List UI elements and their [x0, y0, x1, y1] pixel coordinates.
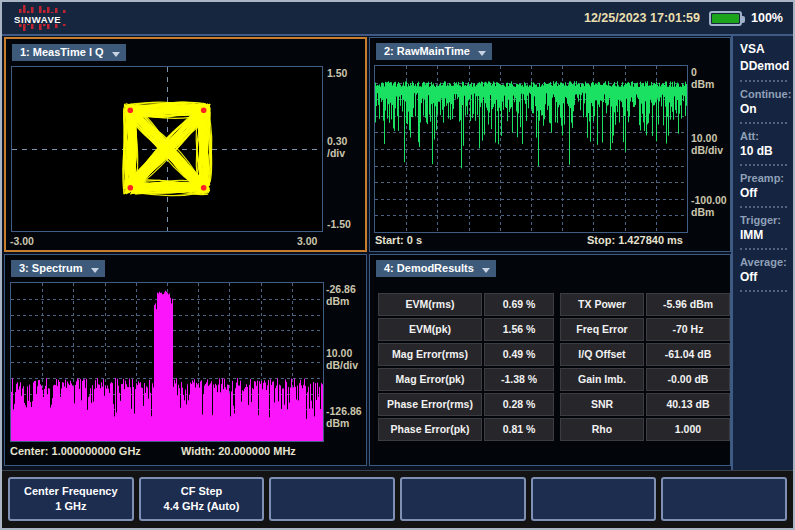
table-row: TX Power -5.96 dBm: [560, 293, 732, 316]
metric-label: Mag Error(pk): [378, 368, 482, 391]
window3-title-dropdown[interactable]: 3: Spectrum: [11, 260, 105, 277]
softkey-line2: 1 GHz: [10, 499, 132, 514]
metric-value: 1.000: [646, 418, 730, 441]
window2-title-dropdown[interactable]: 2: RawMainTime: [376, 43, 492, 60]
metric-label: Mag Error(rms): [378, 343, 482, 366]
window-meastime-iq[interactable]: 1: MeasTime I Q 1.50 0.30 /div -1.50 -3.…: [4, 37, 367, 252]
y-axis-min-label: -1.50: [327, 218, 351, 230]
y-axis-max-label: 1.50: [327, 67, 347, 79]
top-status-bar: SINWAVE 12/25/2023 17:01:59 100%: [2, 2, 793, 36]
metric-label: Gain Imb.: [560, 368, 644, 391]
instrument-screen: SINWAVE 12/25/2023 17:01:59 100% 1: Meas…: [0, 0, 795, 530]
softkey-5[interactable]: [531, 477, 657, 521]
metric-value: 0.49 %: [484, 343, 554, 366]
window4-title-dropdown[interactable]: 4: DemodResults: [376, 260, 496, 277]
y-axis-max-label: 0: [691, 66, 697, 78]
mode-label-vsa[interactable]: VSA: [740, 41, 789, 58]
separator: [740, 122, 787, 124]
table-row: EVM(pk) 1.56 %: [378, 318, 556, 341]
table-row: Phase Error(pk) 0.81 %: [378, 418, 556, 441]
constellation-plot: [11, 66, 323, 232]
metric-value: -61.04 dB: [646, 343, 730, 366]
softkey-3[interactable]: [269, 477, 395, 521]
separator: [740, 290, 787, 292]
setting-label: Att:: [740, 129, 789, 143]
center-freq-label: Center: 1.000000000 GHz: [10, 445, 141, 457]
demod-table-left: EVM(rms) 0.69 % EVM(pk) 1.56 % Mag Error…: [378, 293, 556, 443]
chevron-down-icon: [478, 51, 486, 56]
metric-label: EVM(rms): [378, 293, 482, 316]
y-axis-max-unit: dBm: [691, 78, 714, 90]
setting-value: Off: [740, 269, 789, 285]
y-axis-max-label: -26.86: [326, 283, 356, 295]
table-row: Mag Error(rms) 0.49 %: [378, 343, 556, 366]
metric-label: I/Q Offset: [560, 343, 644, 366]
brand-logo: SINWAVE: [12, 3, 70, 33]
softkey-line1: Center Frequency: [10, 484, 132, 499]
metric-value: -0.00 dB: [646, 368, 730, 391]
metric-value: 0.28 %: [484, 393, 554, 416]
y-axis-div-label: 10.00: [326, 347, 352, 359]
window3-title: 3: Spectrum: [19, 262, 83, 274]
setting-label: Average:: [740, 255, 789, 269]
setting-value: On: [740, 101, 789, 117]
table-row: EVM(rms) 0.69 %: [378, 293, 556, 316]
brand-text: SINWAVE: [14, 14, 61, 25]
softkey-4[interactable]: [400, 477, 526, 521]
table-row: I/Q Offset -61.04 dB: [560, 343, 732, 366]
setting-label: Preamp:: [740, 171, 789, 185]
sidebar-item-average[interactable]: Average: Off: [740, 255, 789, 285]
metric-value: -5.96 dBm: [646, 293, 730, 316]
metric-value: 0.81 %: [484, 418, 554, 441]
y-axis-min-label: -126.86: [326, 405, 362, 417]
waveform-logo-icon: SINWAVE: [12, 3, 70, 33]
window2-title: 2: RawMainTime: [384, 45, 470, 57]
separator: [740, 80, 787, 82]
softkey-line2: 4.4 GHz (Auto): [141, 499, 263, 514]
metric-label: Freq Error: [560, 318, 644, 341]
metric-label: Rho: [560, 418, 644, 441]
span-width-label: Width: 20.000000 MHz: [181, 445, 296, 457]
table-row: Rho 1.000: [560, 418, 732, 441]
start-time-label: Start: 0 s: [375, 234, 422, 246]
table-row: Gain Imb. -0.00 dB: [560, 368, 732, 391]
time-domain-plot: [374, 65, 688, 233]
mode-label-ddemod[interactable]: DDemod: [740, 58, 789, 75]
setting-label: Continue:: [740, 87, 789, 101]
y-axis-div-unit: /div: [327, 147, 345, 159]
metric-value: 0.69 %: [484, 293, 554, 316]
stop-time-label: Stop: 1.427840 ms: [587, 234, 683, 246]
setting-value: Off: [740, 185, 789, 201]
separator: [740, 248, 787, 250]
sidebar-item-preamp[interactable]: Preamp: Off: [740, 171, 789, 201]
metric-value: -70 Hz: [646, 318, 730, 341]
x-axis-max-label: 3.00: [297, 235, 317, 247]
softkey-6[interactable]: [661, 477, 787, 521]
softkey-line1: CF Step: [141, 484, 263, 499]
sidebar-item-trigger[interactable]: Trigger: IMM: [740, 213, 789, 243]
setting-label: Trigger:: [740, 213, 789, 227]
window1-title-dropdown[interactable]: 1: MeasTime I Q: [12, 44, 126, 61]
window-spectrum[interactable]: 3: Spectrum -26.86 dBm 10.00 dB/div -126…: [4, 254, 367, 466]
metric-label: SNR: [560, 393, 644, 416]
window-rawmaintime[interactable]: 2: RawMainTime 0 dBm 10.00 dB/div -100.0…: [369, 37, 731, 252]
y-axis-max-unit: dBm: [326, 295, 349, 307]
table-row: Mag Error(pk) -1.38 %: [378, 368, 556, 391]
metric-value: -1.38 %: [484, 368, 554, 391]
sidebar-item-att[interactable]: Att: 10 dB: [740, 129, 789, 159]
metric-label: Phase Error(rms): [378, 393, 482, 416]
metric-label: TX Power: [560, 293, 644, 316]
battery-percent-label: 100%: [751, 11, 783, 25]
metric-label: Phase Error(pk): [378, 418, 482, 441]
y-axis-div-unit: dB/div: [326, 359, 358, 371]
y-axis-div-unit: dB/div: [691, 144, 723, 156]
y-axis-div-label: 0.30: [327, 135, 347, 147]
spectrum-plot: [10, 282, 324, 442]
softkey-cf-step[interactable]: CF Step 4.4 GHz (Auto): [139, 477, 265, 521]
window-demodresults[interactable]: 4: DemodResults EVM(rms) 0.69 % EVM(pk) …: [369, 254, 731, 466]
y-axis-min-unit: dBm: [326, 417, 349, 429]
table-row: Freq Error -70 Hz: [560, 318, 732, 341]
sidebar-item-continue[interactable]: Continue: On: [740, 87, 789, 117]
softkey-center-frequency[interactable]: Center Frequency 1 GHz: [8, 477, 134, 521]
table-row: SNR 40.13 dB: [560, 393, 732, 416]
